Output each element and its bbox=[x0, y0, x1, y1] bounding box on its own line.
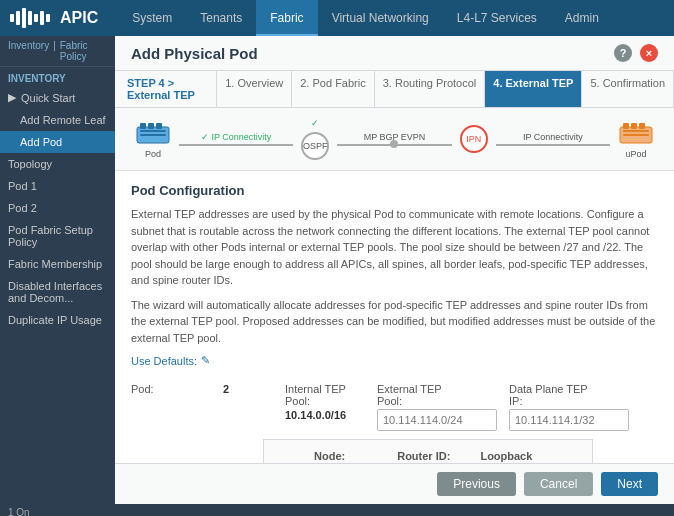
modal-icons: ? × bbox=[614, 44, 658, 62]
loopback-col-header: Loopback Address: bbox=[480, 450, 578, 463]
close-button[interactable]: × bbox=[640, 44, 658, 62]
topo-ospf-circle: OSPF bbox=[301, 132, 329, 160]
router-id-col-header: Router ID: bbox=[397, 450, 470, 463]
topo-pod: Pod bbox=[135, 119, 171, 159]
topology-diagram: Pod ✓ IP Connectivity ✓ OSPF MP BGP EVPN bbox=[115, 108, 674, 171]
topo-upod-label: uPod bbox=[625, 149, 646, 159]
status-text: 1 On bbox=[8, 507, 30, 517]
step-5[interactable]: 5. Confirmation bbox=[582, 71, 674, 107]
external-tep-label: External TEP Pool: bbox=[377, 379, 457, 407]
pod-value: 2 bbox=[223, 379, 273, 395]
svg-rect-17 bbox=[623, 130, 649, 132]
svg-rect-5 bbox=[40, 11, 44, 25]
svg-rect-1 bbox=[16, 11, 20, 25]
topo-ipn: IPN bbox=[460, 125, 488, 153]
main-content: Add Physical Pod ? × STEP 4 > External T… bbox=[115, 36, 674, 504]
form-main-row: Pod: 2 Internal TEP Pool: 10.14.0.0/16 E… bbox=[131, 379, 658, 431]
breadcrumb: Inventory | Fabric Policy bbox=[0, 36, 115, 67]
svg-rect-18 bbox=[623, 134, 649, 136]
status-bar: 1 On bbox=[0, 504, 674, 516]
svg-rect-16 bbox=[639, 123, 645, 129]
use-defaults-link-icon[interactable]: ✎ bbox=[201, 354, 210, 367]
footer: Previous Cancel Next bbox=[115, 463, 674, 504]
sidebar-item-disabled-interfaces[interactable]: Disabled Interfaces and Decom... bbox=[0, 275, 115, 309]
svg-rect-6 bbox=[46, 14, 50, 22]
step-4[interactable]: 4. External TEP bbox=[485, 71, 582, 107]
nav-admin[interactable]: Admin bbox=[551, 0, 613, 36]
apic-label: APIC bbox=[60, 9, 98, 27]
internal-tep-value: 10.14.0.0/16 bbox=[285, 409, 365, 421]
sidebar-item-fabric-membership[interactable]: Fabric Membership bbox=[0, 253, 115, 275]
svg-rect-4 bbox=[34, 14, 38, 22]
top-bar: APIC System Tenants Fabric Virtual Netwo… bbox=[0, 0, 674, 36]
sidebar-item-pod1[interactable]: Pod 1 bbox=[0, 175, 115, 197]
step-1[interactable]: 1. Overview bbox=[217, 71, 292, 107]
data-plane-tep-input[interactable] bbox=[509, 409, 629, 431]
svg-rect-11 bbox=[140, 130, 166, 132]
previous-button[interactable]: Previous bbox=[437, 472, 516, 496]
sidebar-section-inventory: Inventory bbox=[0, 67, 115, 86]
nav-virtual-networking[interactable]: Virtual Networking bbox=[318, 0, 443, 36]
breadcrumb-inventory: Inventory bbox=[8, 40, 49, 62]
nav-tenants[interactable]: Tenants bbox=[186, 0, 256, 36]
svg-rect-15 bbox=[631, 123, 637, 129]
topo-upod: uPod bbox=[618, 119, 654, 159]
sidebar-item-pod2[interactable]: Pod 2 bbox=[0, 197, 115, 219]
section-title: Pod Configuration bbox=[131, 183, 658, 198]
next-button[interactable]: Next bbox=[601, 472, 658, 496]
sidebar-item-topology[interactable]: Topology bbox=[0, 153, 115, 175]
pod-label: Pod: bbox=[131, 379, 211, 395]
sidebar-item-quickstart[interactable]: ▶ Quick Start bbox=[0, 86, 115, 109]
step-subtitle: STEP 4 > External TEP bbox=[115, 71, 217, 107]
svg-rect-3 bbox=[28, 11, 32, 25]
sidebar: Inventory | Fabric Policy Inventory ▶ Qu… bbox=[0, 36, 115, 504]
node-col-header: Node: bbox=[314, 450, 387, 463]
quickstart-icon: ▶ bbox=[8, 91, 16, 104]
topo-ipn-circle: IPN bbox=[460, 125, 488, 153]
svg-rect-12 bbox=[140, 134, 166, 136]
node-table-box: Node: Router ID: Loopback Address: 211 bbox=[263, 439, 593, 463]
sidebar-item-add-pod[interactable]: Add Pod bbox=[0, 131, 115, 153]
topo-ospf: ✓ OSPF bbox=[301, 118, 329, 160]
svg-rect-9 bbox=[148, 123, 154, 129]
svg-rect-0 bbox=[10, 14, 14, 22]
use-defaults[interactable]: Use Defaults: ✎ bbox=[131, 354, 658, 367]
svg-rect-8 bbox=[140, 123, 146, 129]
internal-tep-label: Internal TEP Pool: bbox=[285, 379, 365, 407]
cancel-button[interactable]: Cancel bbox=[524, 472, 593, 496]
step-3[interactable]: 3. Routing Protocol bbox=[375, 71, 486, 107]
modal-header: Add Physical Pod ? × bbox=[115, 36, 674, 71]
breadcrumb-sep: | bbox=[53, 40, 56, 62]
svg-rect-14 bbox=[623, 123, 629, 129]
cisco-logo bbox=[10, 8, 50, 28]
svg-rect-10 bbox=[156, 123, 162, 129]
nav-l4-l7[interactable]: L4-L7 Services bbox=[443, 0, 551, 36]
step-2[interactable]: 2. Pod Fabric bbox=[292, 71, 374, 107]
breadcrumb-fabric-policy: Fabric Policy bbox=[60, 40, 107, 62]
sidebar-item-duplicate-ip[interactable]: Duplicate IP Usage bbox=[0, 309, 115, 331]
sidebar-item-add-remote-leaf[interactable]: Add Remote Leaf bbox=[0, 109, 115, 131]
data-plane-tep-label: Data Plane TEP IP: bbox=[509, 379, 589, 407]
wizard-steps: STEP 4 > External TEP 1. Overview 2. Pod… bbox=[115, 71, 674, 108]
sidebar-item-pod-fabric-setup[interactable]: Pod Fabric Setup Policy bbox=[0, 219, 115, 253]
modal-title: Add Physical Pod bbox=[131, 45, 258, 62]
help-button[interactable]: ? bbox=[614, 44, 632, 62]
top-nav: System Tenants Fabric Virtual Networking… bbox=[118, 0, 664, 36]
nav-system[interactable]: System bbox=[118, 0, 186, 36]
content-area: Pod Configuration External TEP addresses… bbox=[115, 171, 674, 463]
topo-pod-label: Pod bbox=[145, 149, 161, 159]
svg-rect-2 bbox=[22, 8, 26, 28]
description-1: External TEP addresses are used by the p… bbox=[131, 206, 658, 289]
external-tep-input[interactable] bbox=[377, 409, 497, 431]
description-2: The wizard will automatically allocate a… bbox=[131, 297, 658, 347]
layout: Inventory | Fabric Policy Inventory ▶ Qu… bbox=[0, 36, 674, 504]
nav-fabric[interactable]: Fabric bbox=[256, 0, 317, 36]
